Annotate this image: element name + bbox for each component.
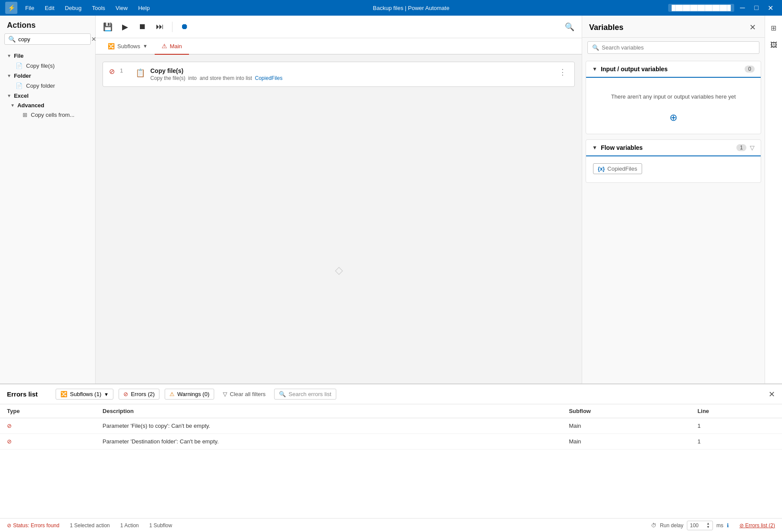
menu-file[interactable]: File <box>21 3 39 13</box>
input-output-header[interactable]: ▼ Input / output variables 0 <box>586 61 761 78</box>
info-icon[interactable]: ℹ <box>727 522 729 529</box>
tree-item-copy-files[interactable]: 📄 Copy file(s) <box>0 61 95 71</box>
variables-title: Variables <box>589 23 748 32</box>
item-label: Copy folder <box>26 83 55 89</box>
error-icon: ⊘ <box>7 438 12 445</box>
chevron-down-icon: ▼ <box>592 66 597 72</box>
clock-icon: ⏱ <box>651 522 656 529</box>
minimize-button[interactable]: ─ <box>736 1 749 14</box>
col-subflow: Subflow <box>562 404 690 418</box>
row-description: Parameter 'Destination folder': Can't be… <box>96 434 562 449</box>
chevron-down-icon: ▼ <box>104 392 109 397</box>
col-type: Type <box>0 404 96 418</box>
app-icon: ⚡ <box>5 2 17 14</box>
error-icon: ⊘ <box>109 67 115 76</box>
run-delay-input[interactable]: 100 ▲ ▼ <box>687 521 713 530</box>
col-description: Description <box>96 404 562 418</box>
layers-icon[interactable]: ⊞ <box>767 21 781 35</box>
flow-variables-header[interactable]: ▼ Flow variables 1 ▽ <box>586 140 761 156</box>
tree-category-file[interactable]: ▼ File <box>0 51 95 61</box>
close-button[interactable]: ✕ <box>764 1 777 14</box>
input-output-body: There aren't any input or output variabl… <box>586 78 761 134</box>
errors-filter-button[interactable]: ⊘ Errors (2) <box>119 389 159 400</box>
row-type: ⊘ <box>0 418 96 434</box>
filter-icon[interactable]: ▽ <box>750 144 755 151</box>
image-icon[interactable]: 🖼 <box>767 38 781 52</box>
save-button[interactable]: 💾 <box>101 20 115 34</box>
subflows-icon: 🔀 <box>60 391 67 397</box>
row-type: ⊘ <box>0 434 96 449</box>
variables-body: ▼ Input / output variables 0 There aren'… <box>582 57 765 383</box>
file-icon: 📄 <box>16 63 23 69</box>
menu-tools[interactable]: Tools <box>88 3 109 13</box>
close-variables-button[interactable]: ✕ <box>748 21 758 34</box>
menu-help[interactable]: Help <box>134 3 154 13</box>
main-layout: Actions 🔍 ✕ ▼ File 📄 Copy file(s) ▼ Fold… <box>0 16 782 383</box>
tab-subflows[interactable]: 🔀 Subflows ▼ <box>101 38 155 55</box>
clear-filters-label: Clear all filters <box>230 391 265 397</box>
tree-subcategory-advanced[interactable]: ▼ Advanced <box>0 101 95 110</box>
subcategory-label: Advanced <box>17 102 44 109</box>
play-button[interactable]: ▶ <box>118 20 132 34</box>
flow-canvas: ⊘ 1 📋 Copy file(s) Copy the file(s) into… <box>96 55 582 383</box>
error-icon: ⊘ <box>123 391 128 397</box>
tree-item-copy-folder[interactable]: 📄 Copy folder <box>0 81 95 91</box>
step-icon: 📋 <box>136 68 145 78</box>
subflow-count-text: 1 Subflow <box>149 522 172 529</box>
section-title: Input / output variables <box>601 66 745 73</box>
col-line: Line <box>690 404 782 418</box>
input-output-section: ▼ Input / output variables 0 There aren'… <box>586 61 761 134</box>
table-row[interactable]: ⊘ Parameter 'Destination folder': Can't … <box>0 434 782 449</box>
errors-search-box[interactable]: 🔍 Search errors list <box>274 389 336 400</box>
variable-link[interactable]: CopiedFiles <box>255 75 282 81</box>
flow-step[interactable]: ⊘ 1 📋 Copy file(s) Copy the file(s) into… <box>103 62 575 87</box>
tree-category-folder[interactable]: ▼ Folder <box>0 71 95 81</box>
clear-filters-button[interactable]: ▽ Clear all filters <box>219 389 269 399</box>
right-sidebar: Variables ✕ 🔍 ▼ Input / output variables… <box>582 16 782 383</box>
item-label: Copy file(s) <box>26 63 55 69</box>
excel-icon: ⊞ <box>23 112 27 118</box>
search-button[interactable]: 🔍 <box>563 20 577 34</box>
tabs-bar: 🔀 Subflows ▼ ⚠ Main <box>96 38 582 55</box>
run-delay-box: ⏱ Run delay 100 ▲ ▼ ms ℹ <box>651 521 729 530</box>
variable-chip-copiedfiles[interactable]: {x} CopiedFiles <box>593 163 642 174</box>
add-variable-button[interactable]: ⊕ <box>593 109 754 127</box>
errors-link-text: Errors list (2) <box>745 522 775 529</box>
more-options-button[interactable]: ⋮ <box>557 67 568 77</box>
step-description: Copy the file(s) into and store them int… <box>150 75 552 81</box>
actions-tree: ▼ File 📄 Copy file(s) ▼ Folder 📄 Copy fo… <box>0 49 95 383</box>
subflows-label: Subflows (1) <box>70 391 101 397</box>
maximize-button[interactable]: □ <box>750 1 763 14</box>
status-bar: ⊘ Status: Errors found 1 Selected action… <box>0 518 782 532</box>
skip-button[interactable]: ⏭ <box>153 20 167 34</box>
spinners[interactable]: ▲ ▼ <box>706 522 710 529</box>
search-box[interactable]: 🔍 ✕ <box>4 33 91 45</box>
record-button[interactable]: ⏺ <box>178 20 192 34</box>
action-count-text: 1 Action <box>120 522 139 529</box>
step-number: 1 <box>120 67 130 74</box>
chevron-down-icon: ▼ <box>10 103 15 108</box>
subflows-filter-button[interactable]: 🔀 Subflows (1) ▼ <box>56 389 113 400</box>
menu-view[interactable]: View <box>111 3 132 13</box>
variables-search-input[interactable] <box>602 44 755 51</box>
tab-label: Main <box>170 43 182 50</box>
stop-button[interactable]: ⏹ <box>136 20 149 34</box>
warnings-filter-button[interactable]: ⚠ Warnings (0) <box>165 389 214 400</box>
warning-icon: ⚠ <box>169 391 175 397</box>
spinner-down[interactable]: ▼ <box>706 525 710 529</box>
tree-category-excel[interactable]: ▼ Excel <box>0 91 95 101</box>
variables-panel: Variables ✕ 🔍 ▼ Input / output variables… <box>582 16 765 383</box>
menu-edit[interactable]: Edit <box>40 3 59 13</box>
variables-search-box[interactable]: 🔍 <box>587 41 759 54</box>
close-errors-button[interactable]: ✕ <box>769 390 775 399</box>
menu-debug[interactable]: Debug <box>60 3 86 13</box>
table-row[interactable]: ⊘ Parameter 'File(s) to copy': Can't be … <box>0 418 782 434</box>
tree-item-copy-cells[interactable]: ⊞ Copy cells from... <box>0 110 95 120</box>
selected-action-text: 1 Selected action <box>70 522 110 529</box>
window-title: Backup files | Power Automate <box>154 5 668 11</box>
tab-main[interactable]: ⚠ Main <box>155 38 189 55</box>
errors-list-link[interactable]: ⊘ Errors list (2) <box>739 522 775 529</box>
search-input[interactable] <box>18 36 91 43</box>
category-label: File <box>14 53 23 59</box>
errors-title: Errors list <box>7 390 50 398</box>
